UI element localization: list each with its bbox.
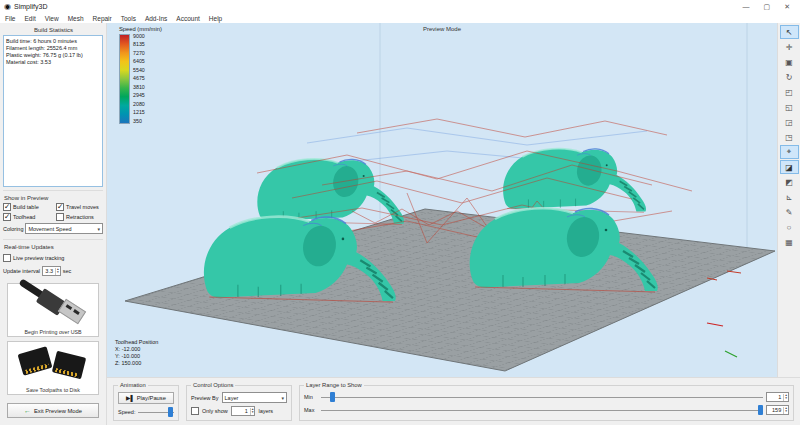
update-interval-value: 3.3 [43,268,55,274]
minimize-icon[interactable]: — [743,3,750,11]
preview-mode-label: Preview Mode [107,26,777,32]
preview-by-label: Preview By [191,395,219,401]
view-cube-top-icon[interactable]: ◱ [780,100,799,114]
rotate-view-icon[interactable]: ↻ [780,70,799,84]
usb-button-label: Begin Printing over USB [8,329,98,335]
view-cube-front-icon[interactable]: ◲ [780,115,799,129]
spinner-arrows-icon[interactable]: ▴▾ [55,268,60,275]
build-statistics-box: Build time: 6 hours 0 minutes Filament l… [3,35,103,187]
paint-tool-icon[interactable]: ✎ [780,205,799,219]
layer-range-group: Layer Range to Show Min 1 ▴▾ Max 159 ▴▾ [299,385,794,421]
legend-value: 3810 [133,85,145,90]
select-tool-icon[interactable]: ↖ [780,25,799,39]
3d-preview-scene[interactable] [107,23,777,377]
bottom-control-bar: Animation ▶▌ Play/Pause Speed: Control O… [107,377,800,425]
toolhead-checkbox[interactable] [3,213,11,221]
speed-slider[interactable] [138,407,174,417]
legend-title: Speed (mm/min) [119,26,162,32]
travel-moves-checkbox[interactable] [56,203,64,211]
spinner-arrows-icon[interactable]: ▴▾ [783,407,788,414]
begin-printing-usb-button[interactable]: Begin Printing over USB [7,283,99,337]
menu-item-tools[interactable]: Tools [121,15,136,22]
retractions-label: Retractions [66,214,94,220]
cross-section-icon[interactable]: ◪ [780,160,799,174]
speed-legend: Speed (mm/min) 9000 8135 7270 6405 5540 … [119,26,162,124]
menu-item-edit[interactable]: Edit [24,15,35,22]
legend-value: 1215 [133,110,145,115]
menu-item-addins[interactable]: Add-Ins [145,15,167,22]
corner-view-icon[interactable]: ◩ [780,175,799,189]
measure-tool-icon[interactable]: ⊾ [780,190,799,204]
save-toolpaths-button[interactable]: Save Toolpaths to Disk [7,341,99,395]
menu-item-help[interactable]: Help [209,15,222,22]
toolhead-label: Toolhead [13,214,35,220]
legend-value: 5540 [133,68,145,73]
spinner-arrows-icon[interactable]: ▴▾ [250,408,255,415]
animation-group: Animation ▶▌ Play/Pause Speed: [113,385,179,421]
view-cube-iso-icon[interactable]: ◰ [780,85,799,99]
min-layer-slider[interactable] [321,392,763,402]
sd-card-icon [52,351,86,380]
show-in-preview-options: Build table Travel moves Toolhead Retrac… [3,203,103,221]
update-interval-spinner[interactable]: 3.3 ▴▾ [42,266,61,276]
min-label: Min [304,394,318,400]
maximize-icon[interactable]: ▢ [764,3,771,11]
control-options-group: Control Options Preview By Layer ▾ Only … [186,385,292,421]
animation-title: Animation [118,382,148,388]
speed-label: Speed: [118,409,135,415]
stat-build-time: Build time: 6 hours 0 minutes [6,38,100,45]
sd-card-icon [18,346,53,375]
view-cube-side-icon[interactable]: ◳ [780,130,799,144]
play-pause-icon: ▶▌ [126,395,135,401]
max-layer-slider[interactable] [321,405,763,415]
toolhead-position-title: Toolhead Position [115,339,158,346]
elephant-model[interactable] [257,159,404,224]
window-title: Simplify3D [14,3,47,10]
grid-tool-icon[interactable]: ▦ [780,235,799,249]
layer-range-title: Layer Range to Show [304,382,364,388]
toolhead-position: Toolhead Position X: -12.000 Y: -10.000 … [115,339,158,367]
min-slider-thumb[interactable] [330,392,335,402]
preview-by-value: Layer [225,395,239,401]
menu-item-repair[interactable]: Repair [93,15,112,22]
speed-slider-thumb[interactable] [168,407,173,417]
only-show-spinner[interactable]: 1 ▴▾ [231,406,256,416]
preview-by-select[interactable]: Layer ▾ [222,392,287,403]
toolhead-y: Y: -10.000 [115,353,158,360]
snapshot-tool-icon[interactable]: ▣ [780,55,799,69]
window-controls: — ▢ ✕ [743,3,797,11]
max-label: Max [304,407,318,413]
spinner-arrows-icon[interactable]: ▴▾ [783,394,788,401]
menu-item-mesh[interactable]: Mesh [68,15,84,22]
only-show-checkbox[interactable] [191,407,199,415]
menu-item-view[interactable]: View [45,15,59,22]
build-table-checkbox[interactable] [3,203,11,211]
retractions-checkbox[interactable] [56,213,64,221]
legend-value: 2945 [133,93,145,98]
pan-tool-icon[interactable]: ✛ [780,40,799,54]
toolhead-x: X: -12.000 [115,346,158,353]
max-layer-spinner[interactable]: 159 ▴▾ [766,405,789,415]
coloring-label: Coloring [3,226,23,232]
update-interval-label: Update interval [3,268,40,274]
build-statistics-title: Build Statistics [4,27,103,33]
preview-viewport[interactable]: Preview Mode Speed (mm/min) 9000 8135 72… [107,23,777,377]
min-layer-spinner[interactable]: 1 ▴▾ [766,392,789,402]
toolhead-follow-icon[interactable]: ⌖ [780,145,799,159]
close-icon[interactable]: ✕ [784,3,790,11]
play-pause-button[interactable]: ▶▌ Play/Pause [118,392,174,404]
legend-value: 8135 [133,42,145,47]
app-icon: ◉ [4,0,11,13]
live-preview-checkbox[interactable] [3,254,11,262]
only-show-value: 1 [232,408,250,414]
menu-item-file[interactable]: File [5,15,15,22]
play-pause-label: Play/Pause [137,395,166,401]
max-slider-thumb[interactable] [758,405,763,415]
exit-preview-mode-button[interactable]: ← Exit Preview Mode [7,403,99,418]
update-interval-unit: sec [63,268,72,274]
loop-tool-icon[interactable]: ○ [780,220,799,234]
coloring-select[interactable]: Movement Speed ▾ [25,223,103,234]
back-arrow-icon: ← [24,407,31,414]
legend-value: 4675 [133,76,145,81]
menu-item-account[interactable]: Account [176,15,200,22]
